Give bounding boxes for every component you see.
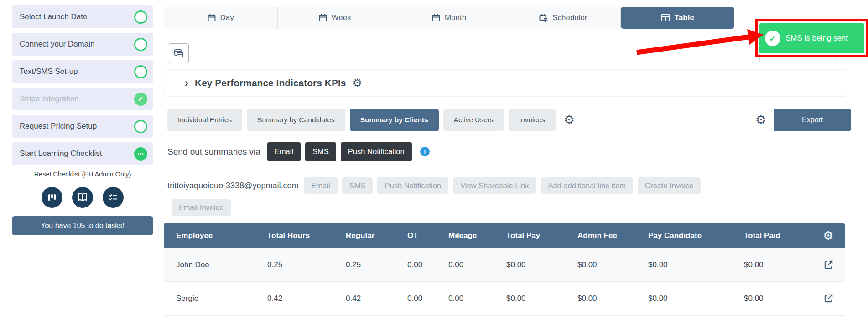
col-admin-fee: Admin Fee [565,231,636,240]
view-day-button[interactable]: Day [164,7,278,29]
client-sms-button[interactable]: SMS [342,177,373,194]
view-table-button[interactable]: Table [621,7,734,29]
tab-summary-by-candidates[interactable]: Summary by Candidates [247,109,345,131]
view-day-label: Day [220,13,234,22]
view-table-label: Table [675,13,694,22]
col-mileage: Mileage [436,231,494,240]
reset-checklist-link[interactable]: Reset Checklist (EH Admin Only) [12,171,153,178]
col-total-paid: Total Paid [732,231,812,240]
cell-pay-candidate: $0.00 [636,260,732,269]
table-copy-icon [174,49,183,57]
open-details-button[interactable] [823,293,834,304]
checklist-icon[interactable] [103,187,124,208]
tabs-settings-gear-icon[interactable]: ⚙ [564,114,575,126]
col-total-pay: Total Pay [494,231,565,240]
cell-mileage: 0.00 [436,260,494,269]
col-regular: Regular [333,231,395,240]
col-ot: OT [395,231,436,240]
checklist-item-label: Text/SMS Set-up [20,67,78,76]
cell-total-pay: $0.00 [494,294,565,303]
info-icon[interactable]: i [420,147,430,156]
kanban-chart-icon[interactable] [42,187,62,208]
chevron-right-icon[interactable]: › [185,77,188,89]
table-tools: ⚙ Export [752,109,851,131]
open-details-button[interactable] [823,259,834,270]
cell-employee: John Doe [164,260,255,269]
page: Select Launch Date Connect your Domain T… [0,0,868,316]
send-summaries-label: Send out summaries via [167,147,260,157]
kpi-settings-gear-icon[interactable]: ⚙ [352,78,362,88]
calendar-icon [208,14,216,22]
summary-tabs: Individual Entries Summary by Candidates… [167,109,575,131]
table-row: John Doe 0.25 0.25 0.00 0.00 $0.00 $0.00… [164,248,845,282]
client-actions-row-2: Email Invoice [172,199,231,216]
checklist-item-stripe-integration[interactable]: Stripe Integration ✓ [12,88,153,110]
tab-invoices[interactable]: Invoices [509,109,556,131]
quick-links-row [12,187,153,208]
book-icon[interactable] [72,187,93,208]
export-settings-gear-icon[interactable]: ⚙ [755,114,766,126]
create-invoice-button[interactable]: Create Invoice [638,177,701,194]
email-invoice-button[interactable]: Email Invoice [172,199,231,216]
status-open-circle-icon [134,65,147,78]
send-email-button[interactable]: Email [267,142,301,161]
table-settings-gear-icon[interactable]: ⚙ [823,229,833,242]
tab-individual-entries[interactable]: Individual Entries [167,109,242,131]
kpi-section-title: Key Performance Indicators KPIs [195,78,346,88]
table-copy-button[interactable] [169,43,189,63]
cell-admin-fee: $0.00 [565,294,636,303]
table-header-row: Employee Total Hours Regular OT Mileage … [164,223,845,248]
client-email: trittoiyaquoiquo-3338@yopmail.com [167,181,298,191]
client-actions-row: trittoiyaquoiquo-3338@yopmail.com Email … [167,177,701,194]
annotation-red-arrow [633,26,770,58]
checklist-item-select-launch-date[interactable]: Select Launch Date [12,5,153,28]
send-push-notification-button[interactable]: Push Notification [341,142,412,161]
col-pay-candidate: Pay Candidate [636,231,732,240]
cell-total-paid: $0.00 [732,260,812,269]
client-email-button[interactable]: Email [304,177,337,194]
view-week-button[interactable]: Week [278,7,392,29]
todo-tasks-button[interactable]: You have 105 to do tasks! [12,216,153,235]
export-button[interactable]: Export [774,109,851,131]
cell-ot: 0.00 [395,294,436,303]
checklist-item-label: Select Launch Date [20,12,87,21]
checklist-item-label: Request Pricing Setup [20,122,97,131]
external-link-icon [823,259,834,270]
view-week-label: Week [332,13,351,22]
cell-pay-candidate: $0.00 [636,294,732,303]
status-done-check-icon: ✓ [134,93,147,106]
cell-ot: 0.00 [395,260,436,269]
view-month-label: Month [445,13,466,22]
view-scheduler-label: Scheduler [552,13,587,22]
view-scheduler-button[interactable]: Scheduler [506,7,620,29]
checklist-item-text-sms-setup[interactable]: Text/SMS Set-up [12,60,153,83]
checklist-item-connect-domain[interactable]: Connect your Domain [12,33,153,56]
cell-regular: 0.42 [333,294,395,303]
onboarding-checklist-sidebar: Select Launch Date Connect your Domain T… [12,5,153,235]
col-employee: Employee [164,231,255,240]
table-icon [661,14,670,21]
kpi-section-header[interactable]: › Key Performance Indicators KPIs ⚙ [164,69,847,97]
view-switcher: Day Week Month [164,7,734,29]
client-push-notification-button[interactable]: Push Notification [377,177,448,194]
view-month-button[interactable]: Month [392,7,506,29]
checklist-item-request-pricing[interactable]: Request Pricing Setup [12,115,153,138]
cell-admin-fee: $0.00 [565,260,636,269]
cell-mileage: 0.00 [436,294,494,303]
checklist-item-label: Start Learning Checklist [20,149,102,158]
checklist-item-start-learning[interactable]: Start Learning Checklist ••• [12,142,153,165]
summary-table: Employee Total Hours Regular OT Mileage … [164,223,845,316]
col-total-hours: Total Hours [255,231,333,240]
cell-employee: Sergio [164,294,255,303]
cell-total-pay: $0.00 [494,260,565,269]
add-additional-line-item-button[interactable]: Add additional line item [541,177,633,194]
tab-active-users[interactable]: Active Users [443,109,504,131]
checklist-item-label: Stripe Integration [20,94,78,104]
tab-summary-by-clients[interactable]: Summary by Clients [350,109,439,131]
calendar-icon [432,14,440,22]
status-open-circle-icon [134,10,147,24]
view-shareable-link-button[interactable]: View Shareable Link [453,177,536,194]
calendar-clock-icon [539,14,548,22]
send-sms-button[interactable]: SMS [305,142,336,161]
checklist-item-label: Connect your Domain [20,40,94,49]
